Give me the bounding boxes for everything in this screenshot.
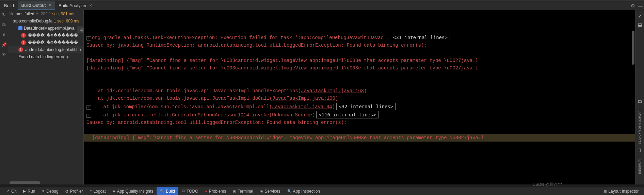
error-icon: ! <box>18 47 23 52</box>
left-toolstrip: ↻ ⧉ ↯ 📌 👁 <box>0 10 8 184</box>
run-tab[interactable]: ▶Run <box>20 187 38 195</box>
check-icon: ☑ <box>182 189 185 193</box>
folder-icon[interactable]: 🗀 <box>638 99 642 104</box>
debug-tab[interactable]: ✵Debug <box>38 187 62 195</box>
stack-link[interactable]: JavacTaskImpl.java:163 <box>301 88 364 94</box>
diamond-icon: ◈ <box>113 189 115 193</box>
console-line: at jdk.compiler/com.sun.tools.javac.api.… <box>84 87 635 95</box>
logcat-tab[interactable]: ≡Logcat <box>86 187 109 195</box>
internal-lines-badge[interactable]: <32 internal lines> <box>336 103 396 110</box>
build-tree: iild ams: failed At 202 1 sec, 981 ms :a… <box>8 10 84 184</box>
error-icon: ! <box>21 40 26 45</box>
console-line: Caused by: java.lang.RuntimeException: a… <box>84 42 635 49</box>
expand-icon[interactable]: ⤢ <box>638 14 642 19</box>
fold-icon[interactable]: + <box>86 105 91 110</box>
tab-build-output[interactable]: Build Output ✕ <box>18 1 55 10</box>
settings-icon[interactable]: ⚙ <box>629 3 637 9</box>
stack-link[interactable]: JavacTaskImpl.java:94 <box>272 104 332 110</box>
app-inspection-tab[interactable]: 🔍App Inspection <box>284 187 323 195</box>
internal-lines-badge[interactable]: <116 internal lines> <box>316 111 379 118</box>
fold-icon[interactable]: + <box>86 36 91 40</box>
logcat-icon: ≡ <box>90 189 92 193</box>
close-icon[interactable]: ✕ <box>89 3 92 8</box>
bottom-bar: ⎇Git ▶Run ✵Debug ◔Profiler ≡Logcat ◈App … <box>0 187 644 195</box>
console-line: Caused by: android.databinding.tool.util… <box>84 119 635 126</box>
tree-error-selected[interactable]: ! android.databinding.tool.util.Lo <box>8 46 83 53</box>
app-quality-tab[interactable]: ◈App Quality Insights <box>109 187 157 195</box>
services-icon: ◉ <box>260 189 263 193</box>
close-icon[interactable]: ✕ <box>48 3 51 7</box>
console-line: at jdk.compiler/com.sun.tools.javac.api.… <box>84 95 635 102</box>
play-icon: ▶ <box>23 189 26 193</box>
error-icon: ● <box>205 189 207 193</box>
inspect-icon: 🔍 <box>287 189 291 193</box>
right-toolstrip: ⤢ ⬓ 🗀 Device File Explorer ▯ Emulator <box>635 10 644 184</box>
pin-icon[interactable]: 📌 <box>1 42 7 47</box>
build-header: Build: Build Output ✕ Build Analyzer ✕ ⚙… <box>0 1 644 10</box>
gauge-icon: ◔ <box>65 189 68 193</box>
tree-file[interactable]: DataBinderMapperImpl.java <box>8 25 83 32</box>
internal-lines-badge[interactable]: <31 internal lines> <box>391 34 450 41</box>
git-tab[interactable]: ⎇Git <box>2 187 20 195</box>
console-line: + at jdk.internal.reflect.GeneratedMetho… <box>84 111 635 119</box>
build-tab[interactable]: 🔨Build <box>157 187 178 195</box>
todo-tab[interactable]: ☑TODO <box>178 187 202 195</box>
hammer-icon[interactable]: ↯ <box>2 32 6 37</box>
tree-scrollbar[interactable] <box>8 181 84 184</box>
build-label: Build: <box>1 3 18 8</box>
console-line: [databinding] {"msg":"Cannot find a sett… <box>84 57 635 64</box>
tab-build-analyzer[interactable]: Build Analyzer ✕ <box>55 1 96 10</box>
console-scrollbar[interactable] <box>632 31 634 65</box>
tree-root[interactable]: iild ams: failed At 202 1 sec, 981 ms <box>8 10 83 17</box>
terminal-icon: ▣ <box>233 189 236 193</box>
emulator-tab[interactable]: Emulator <box>638 159 642 174</box>
terminal-tab[interactable]: ▣Terminal <box>229 187 256 195</box>
restart-icon[interactable]: ↻ <box>2 12 6 17</box>
profiler-tab[interactable]: ◔Profiler <box>62 187 86 195</box>
layout-icon: ▦ <box>603 189 607 193</box>
tree-error-2[interactable]: ! ����: �X������ <box>8 39 83 46</box>
tree-error-msg[interactable]: Found data binding error(s): <box>8 53 83 60</box>
fold-icon[interactable]: + <box>86 114 91 118</box>
tree-task[interactable]: :app:compileDebugJa 1 sec, 609 ms <box>8 17 83 25</box>
stack-link[interactable]: JavacTaskImpl.java:100 <box>272 96 335 101</box>
console-line: [databinding] {"msg":"Cannot find a sett… <box>84 64 635 72</box>
download-icon[interactable]: ⬓ <box>638 22 642 27</box>
error-icon: ! <box>21 33 26 38</box>
java-file-icon <box>18 26 22 30</box>
console-line: [databinding] {"msg":"Cannot find a sett… <box>84 134 635 142</box>
build-console[interactable]: +org.gradle.api.tasks.TaskExecutionExcep… <box>84 10 635 184</box>
layout-inspector-tab[interactable]: ▦Layout Inspector <box>600 187 642 195</box>
services-tab[interactable]: ◉Services <box>257 187 284 195</box>
hammer-icon: 🔨 <box>160 189 164 193</box>
phone-icon[interactable]: ▯ <box>639 147 641 152</box>
eye-icon[interactable]: 👁 <box>2 52 6 57</box>
filter-icon[interactable]: ⧉ <box>2 22 5 28</box>
problems-tab[interactable]: ●Problems <box>202 187 230 195</box>
minimize-icon[interactable]: — <box>637 3 644 9</box>
branch-icon: ⎇ <box>5 189 10 193</box>
device-file-explorer-tab[interactable]: Device File Explorer <box>638 111 642 144</box>
bug-icon: ✵ <box>42 189 45 193</box>
console-line: +org.gradle.api.tasks.TaskExecutionExcep… <box>84 33 635 42</box>
tree-error-1[interactable]: ! ����: �X������ <box>8 32 83 39</box>
console-line: + at jdk.compiler/com.sun.tools.javac.ap… <box>84 102 635 111</box>
